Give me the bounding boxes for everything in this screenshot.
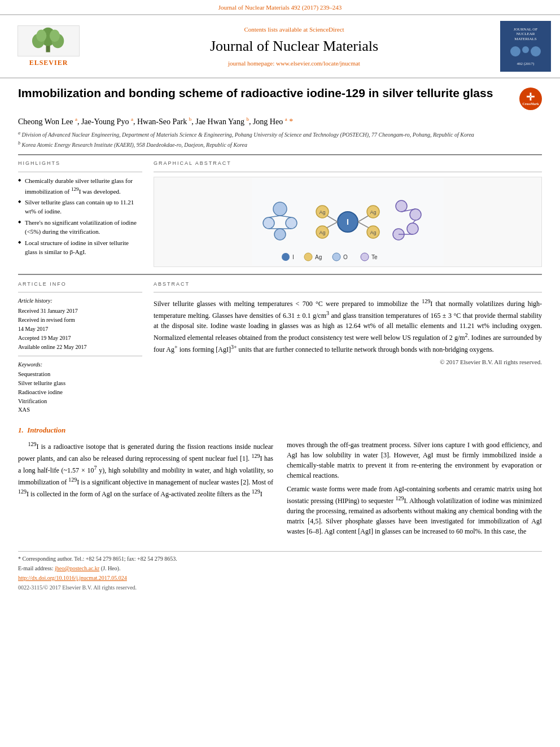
svg-point-38 [304,253,312,261]
abstract-copyright: © 2017 Elsevier B.V. All rights reserved… [154,358,542,366]
cover-circle-2 [522,46,529,53]
intro-para-3: Ceramic waste forms were made from AgI-c… [287,484,542,536]
journal-cover-image: JOURNAL OFNUCLEARMATERIALS 492 (2017) [500,21,551,72]
homepage-url: www.elsevier.com/locate/jnucmat [276,60,360,67]
received-date: Received 31 January 2017 [18,307,142,315]
sciencedirect-prefix: Contents lists available at [244,26,308,33]
crossmark-cross: ✛ [526,92,535,102]
svg-point-4 [36,30,46,42]
section-title: Introduction [27,426,65,434]
affil-sup-b1: b [189,116,192,122]
article-info: Article history: Received 31 January 201… [18,297,142,351]
affil-a: a Division of Advanced Nuclear Engineeri… [18,130,542,139]
svg-point-5 [50,30,60,42]
graphical-abstract-image: I Ag Ag Ag Ag [154,177,542,267]
highlight-item-1: Chemically durable silver tellurite glas… [18,177,142,196]
issn-copyright: 0022-3115/© 2017 Elsevier B.V. All right… [18,584,542,592]
svg-text:I: I [347,217,349,226]
intro-left-col: 129I is a radioactive isotope that is ge… [18,440,273,540]
svg-point-7 [273,202,287,216]
doi-line: http://dx.doi.org/10.1016/j.jnucmat.2017… [18,574,542,582]
highlights-col: HIGHLIGHTS Chemically durable silver tel… [18,160,142,267]
affil-sup-a3: a [285,116,287,122]
highlights-label: HIGHLIGHTS [18,160,142,167]
section-number: 1. [18,426,24,434]
affil-b: b Korea Atomic Energy Research Institute… [18,140,542,150]
intro-para-2: moves through the off-gas treatment proc… [287,440,542,480]
svg-point-9 [286,217,297,229]
crossmark-label: CrossMark [522,102,539,106]
keyword-3: Radioactive iodine [18,388,142,397]
keywords-divider [18,356,142,356]
svg-point-42 [361,253,369,261]
introduction-section: 1. Introduction 129I is a radioactive is… [18,425,542,540]
keywords-section: Keywords: Sequestration Silver tellurite… [18,356,142,414]
svg-point-8 [263,217,274,229]
highlights-abstract-section: HIGHLIGHTS Chemically durable silver tel… [18,160,542,267]
main-divider [18,154,542,155]
cover-bottom-text: 492 (2017) [517,62,535,66]
abstract-col: ABSTRACT Silver tellurite glasses with m… [154,281,542,415]
intro-body-columns: 129I is a radioactive isotope that is ge… [18,440,542,540]
section-divider [18,274,542,275]
keyword-1: Sequestration [18,370,142,379]
affiliations: a Division of Advanced Nuclear Engineeri… [18,130,542,150]
main-content: Immobilization and bonding scheme of rad… [0,78,560,602]
cover-title-text: JOURNAL OFNUCLEARMATERIALS [514,27,537,41]
svg-text:Ag: Ag [319,230,325,235]
journal-homepage: journal homepage: www.elsevier.com/locat… [95,59,493,68]
info-abstract-section: ARTICLE INFO Article history: Received 3… [18,281,542,415]
email-link[interactable]: jheo@postech.ac.kr [55,565,99,571]
highlight-item-3: There's no significant volatilization of… [18,219,142,237]
received-revised-date: 14 May 2017 [18,325,142,333]
svg-point-30 [410,209,421,220]
cover-circle-1 [510,46,520,56]
graphical-abstract-col: GRAPHICAL ABSTRACT [154,160,542,267]
journal-header-center: Contents lists available at ScienceDirec… [95,25,493,68]
top-citation-bar: Journal of Nuclear Materials 492 (2017) … [0,0,560,14]
introduction-heading: 1. Introduction [18,425,542,435]
citation-text: Journal of Nuclear Materials 492 (2017) … [218,4,342,11]
cover-graphic [510,46,541,56]
crossmark-badge: ✛ CrossMark [519,88,542,110]
elsevier-name: ELSEVIER [29,58,68,68]
article-history-label: Article history: [18,297,142,305]
elsevier-logo: ELSEVIER [18,25,80,68]
abstract-divider [154,292,542,292]
affil-sup-a1: a [75,116,77,122]
svg-text:Ag: Ag [370,209,376,215]
homepage-label: journal homepage: [228,60,274,67]
affil-sup-b-label: b [18,141,20,146]
article-info-divider [18,292,142,292]
journal-cover: JOURNAL OFNUCLEARMATERIALS 492 (2017) [500,21,551,72]
doi-url[interactable]: http://dx.doi.org/10.1016/j.jnucmat.2017… [18,575,127,581]
affil-b-text: Korea Atomic Energy Research Institute (… [22,142,248,148]
received-revised-label: Received in revised form [18,316,142,324]
corresponding-star: * [289,117,293,126]
authors-line: Cheong Won Lee a, Jae-Young Pyo a, Hwan-… [18,116,542,127]
graphical-abstract-label: GRAPHICAL ABSTRACT [154,160,542,167]
affil-sup-a2: a [131,116,133,122]
highlight-item-4: Local structure of iodine in silver tell… [18,239,142,257]
svg-point-29 [396,200,407,212]
article-info-col: ARTICLE INFO Article history: Received 3… [18,281,142,415]
affil-a-text: Division of Advanced Nuclear Engineering… [22,132,474,138]
svg-text:Te: Te [371,254,378,260]
email-address: E-mail address: jheo@postech.ac.kr (J. H… [18,565,542,573]
intro-right-col: moves through the off-gas treatment proc… [287,440,542,540]
available-date: Available online 22 May 2017 [18,343,142,351]
highlight-item-2: Silver tellurite glass can contain up to… [18,198,142,216]
abstract-label: ABSTRACT [154,281,542,288]
keyword-4: Vitrification [18,397,142,406]
article-title: Immobilization and bonding scheme of rad… [18,85,510,101]
abstract-text: Silver tellurite glasses with melting te… [154,297,542,355]
svg-text:Ag: Ag [370,230,376,235]
svg-text:O: O [343,254,348,260]
svg-text:I: I [292,254,294,260]
keyword-5: XAS [18,406,142,414]
journal-header-left: ELSEVIER [9,25,88,68]
cover-circle-3 [531,46,541,56]
article-title-text: Immobilization and bonding scheme of rad… [18,85,510,104]
article-title-section: Immobilization and bonding scheme of rad… [18,85,542,110]
svg-point-40 [333,253,340,261]
